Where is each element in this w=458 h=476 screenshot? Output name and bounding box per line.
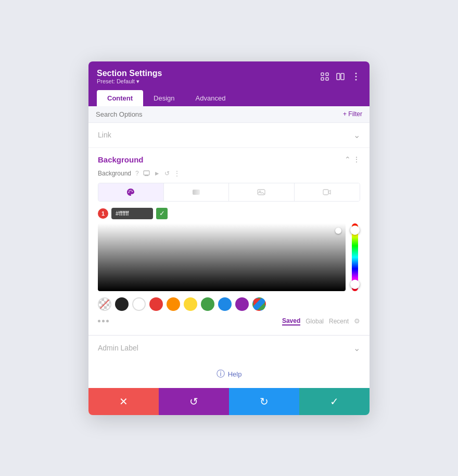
color-picker-wrapper [98,223,360,291]
columns-icon[interactable] [335,71,346,82]
bg-options-icon[interactable]: ⋮ [174,170,180,177]
svg-rect-2 [321,78,324,80]
color-picker-area: 1 ✓ [98,208,360,291]
admin-chevron-icon: ⌄ [353,343,360,353]
background-section-title: Background [98,155,144,164]
swatch-green[interactable] [201,297,214,311]
panel-title-group: Section Settings Preset: Default ▾ [97,69,162,85]
more-options-icon[interactable] [351,71,361,82]
panel-title: Section Settings [97,69,162,78]
swatch-red[interactable] [149,297,163,311]
swatch-stripe[interactable] [252,297,266,311]
save-button[interactable]: ✓ [299,388,370,415]
section-settings-panel: Section Settings Preset: Default ▾ [88,61,370,415]
tab-design[interactable]: Design [143,90,185,106]
svg-point-12 [131,190,132,191]
header-icons [320,71,361,82]
svg-point-6 [355,73,357,74]
undo-button[interactable]: ↺ [159,388,229,415]
cancel-button[interactable]: ✕ [88,388,159,415]
main-tabs: Content Design Advanced [97,90,361,106]
panel-header: Section Settings Preset: Default ▾ [88,61,370,106]
help-row: ⓘ Help [88,360,370,388]
admin-label-title: Admin Label [98,344,138,352]
dot-3 [106,320,109,322]
gradient-thumb[interactable] [335,228,341,234]
svg-rect-17 [323,190,328,195]
panel-preset[interactable]: Preset: Default ▾ [97,78,162,85]
swatches-row [98,297,360,311]
focus-icon[interactable] [320,71,330,82]
help-icon: ⓘ [217,369,225,380]
bg-collapse-icon[interactable]: ⌃ [345,155,351,164]
bg-device-icon[interactable] [143,169,150,178]
svg-rect-3 [326,78,328,80]
svg-rect-9 [144,171,149,175]
swatch-tabs: Saved Global Recent ⚙ [282,315,360,328]
badge-number: 1 [98,208,108,219]
redo-button[interactable]: ↻ [229,388,299,415]
dot-2 [102,320,105,322]
swatch-transparent[interactable] [98,297,111,311]
tab-advanced[interactable]: Advanced [185,90,236,106]
svg-rect-1 [326,73,328,76]
swatch-black[interactable] [115,297,129,311]
link-section-row[interactable]: Link ⌄ [88,123,370,148]
bg-image-tab[interactable] [229,183,295,201]
background-label: Background [98,170,131,177]
more-swatches[interactable] [98,319,109,323]
svg-point-8 [355,79,357,81]
swatch-settings-icon[interactable]: ⚙ [354,317,360,325]
gradient-bg [98,223,346,291]
hex-input-row: 1 ✓ [98,208,360,219]
link-chevron-icon: ⌄ [353,130,360,140]
gradient-area[interactable] [98,223,346,291]
swatch-orange[interactable] [167,297,180,311]
bg-gradient-tab[interactable] [164,183,230,201]
help-text[interactable]: Help [228,370,242,378]
search-bar: + Filter [88,106,370,123]
bg-reset-icon[interactable]: ↺ [164,170,170,177]
svg-point-10 [129,192,130,193]
search-input[interactable] [96,110,343,118]
hue-thumb-top[interactable] [350,226,360,235]
swatch-tab-global[interactable]: Global [306,318,324,325]
svg-rect-4 [337,73,340,80]
admin-label-section[interactable]: Admin Label ⌄ [88,335,370,360]
hex-confirm-button[interactable]: ✓ [156,208,168,219]
svg-point-13 [132,191,133,192]
bg-cursor-icon: ► [154,170,160,177]
swatch-tab-recent[interactable]: Recent [329,318,349,325]
swatch-yellow[interactable] [184,297,197,311]
background-type-tabs [98,183,360,202]
svg-rect-14 [193,190,200,195]
hex-input[interactable] [111,208,153,219]
background-section: Background ⌃ ⋮ Background ? ► ↺ ⋮ [88,148,370,335]
content-area: Link ⌄ Background ⌃ ⋮ Background ? [88,123,370,388]
background-section-controls: ⌃ ⋮ [345,155,360,164]
bg-more-icon[interactable]: ⋮ [353,155,360,164]
filter-button[interactable]: + Filter [343,110,362,118]
svg-rect-0 [321,73,324,76]
swatch-purple[interactable] [235,297,249,311]
dot-1 [98,320,100,322]
hue-slider[interactable] [350,223,360,291]
bg-color-tab[interactable] [98,183,164,201]
bg-video-tab[interactable] [295,183,360,201]
swatch-white[interactable] [132,297,146,311]
background-label-row: Background ? ► ↺ ⋮ [98,169,360,178]
swatch-blue[interactable] [218,297,232,311]
link-section-title: Link [98,131,111,139]
bg-help-icon[interactable]: ? [135,170,139,177]
svg-rect-5 [341,73,344,80]
tab-content[interactable]: Content [97,90,143,106]
swatch-tab-saved[interactable]: Saved [282,317,300,325]
bottom-bar: ✕ ↺ ↻ ✓ [88,388,370,415]
svg-point-11 [129,190,130,191]
svg-point-7 [355,76,357,78]
hue-thumb-bottom[interactable] [350,280,360,289]
